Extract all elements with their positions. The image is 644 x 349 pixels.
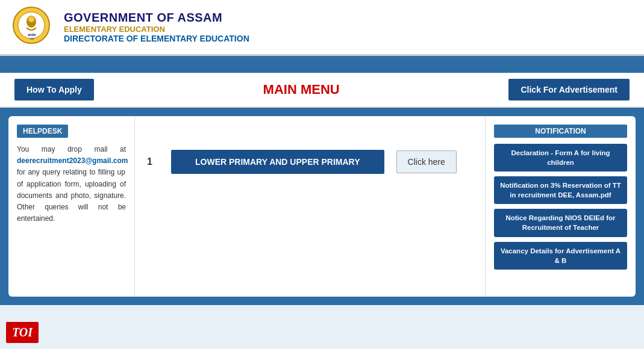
click-here-button[interactable]: Click here (396, 150, 457, 173)
notification-badge: NOTIFICATION (494, 125, 627, 138)
helpdesk-panel: HELPDESK You may drop mail at deerecruit… (8, 116, 135, 297)
notification-item-2[interactable]: Notice Regarding NIOS DEIEd for Recruitm… (494, 209, 627, 236)
lower-upper-primary-button[interactable]: LOWER PRIMARY AND UPPER PRIMARY (171, 150, 384, 174)
header-text: GOVERNMENT OF ASSAM ELEMENTARY EDUCATION… (64, 11, 249, 43)
notification-item-0[interactable]: Declaration - Form A for living children (494, 144, 627, 171)
content-area: HELPDESK You may drop mail at deerecruit… (0, 108, 644, 305)
svg-text:सत्यमेव: सत्यमेव (27, 33, 36, 37)
nav-bar: How To Apply MAIN MENU Click For Adverti… (0, 73, 644, 108)
helpdesk-text: You may drop mail at deerecruitment2023@… (17, 144, 126, 224)
helpdesk-text-before: You may drop mail at (17, 145, 126, 153)
header-subtitle2: DIRECTORATE OF ELEMENTARY EDUCATION (64, 34, 249, 43)
svg-text:जयते: जयते (29, 37, 34, 40)
row-number: 1 (147, 156, 159, 167)
content-inner: HELPDESK You may drop mail at deerecruit… (8, 116, 636, 297)
main-panel: 1 LOWER PRIMARY AND UPPER PRIMARY Click … (135, 116, 485, 297)
table-row: 1 LOWER PRIMARY AND UPPER PRIMARY Click … (147, 150, 473, 174)
how-to-apply-button[interactable]: How To Apply (14, 79, 94, 100)
header-subtitle1: ELEMENTARY EDUCATION (64, 25, 249, 34)
click-for-advertisement-button[interactable]: Click For Advertisement (508, 79, 630, 100)
helpdesk-text-after: for any query relating to filling up of … (17, 168, 126, 223)
main-menu-title: MAIN MENU (94, 82, 509, 97)
blue-divider-bar (0, 56, 644, 73)
notification-panel: NOTIFICATION Declaration - Form A for li… (485, 116, 636, 297)
header-title: GOVERNMENT OF ASSAM (64, 11, 249, 25)
emblem-logo: सत्यमेव जयते (12, 6, 54, 48)
header: सत्यमेव जयते GOVERNMENT OF ASSAM ELEMENT… (0, 0, 644, 56)
notification-item-1[interactable]: Notification on 3% Reservation of TT in … (494, 176, 627, 204)
svg-point-3 (28, 16, 34, 22)
helpdesk-email[interactable]: deerecruitment2023@gmail.com (17, 156, 128, 165)
helpdesk-badge: HELPDESK (17, 125, 68, 138)
notification-item-3[interactable]: Vacancy Details for Advertisement A & B (494, 242, 627, 270)
toi-badge: TOI (6, 322, 39, 343)
